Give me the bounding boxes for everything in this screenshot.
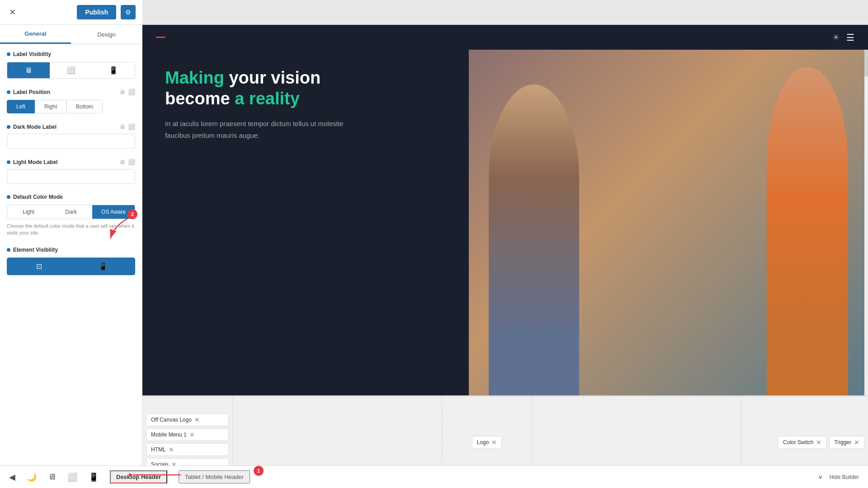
footer-right: ∨ Hide Builder: [818, 474, 859, 480]
preview-nav-icons: ☀ ☰: [832, 32, 854, 43]
tab-mobile-header-container: Tablet / Mobile Header 1: [179, 470, 250, 483]
menu-icon: ☰: [846, 32, 854, 43]
dark-mobile-icon: ⬜: [128, 123, 135, 130]
position-toggle: Left Right Bottom: [7, 100, 135, 113]
ev-mobile-btn[interactable]: 📱: [71, 258, 135, 275]
label-visibility-toggle: 🖥 ⬜ 📱: [7, 62, 135, 79]
label-visibility-section: Label Visibility 🖥 ⬜ 📱: [7, 51, 135, 79]
dark-mode-input[interactable]: Dark Mode: [7, 134, 135, 149]
dark-desktop-icon: 🖥: [119, 123, 125, 130]
scrollbar[interactable]: [864, 50, 868, 395]
light-mode-section-label: Light Mode Label: [7, 159, 58, 165]
preview-header: ☀ ☰: [142, 25, 868, 50]
light-mobile-icon: ⬜: [128, 159, 135, 165]
light-mode-input[interactable]: Light Mode: [7, 169, 135, 184]
widget-trigger: Trigger ✕: [829, 436, 864, 449]
tab-general[interactable]: General: [0, 25, 71, 44]
chip-close-trigger[interactable]: ✕: [854, 439, 859, 446]
hero-preview: ☀ ☰ Making your vision become a reality …: [142, 25, 868, 395]
chevron-down-icon: ∨: [818, 474, 823, 480]
main-layout: General Design Label Visibility 🖥 ⬜ 📱 La…: [0, 25, 868, 488]
hero-content: Making your vision become a reality In a…: [142, 50, 368, 395]
device-mobile-btn[interactable]: 📱: [92, 62, 135, 78]
tablet-footer-icon[interactable]: ⬜: [67, 472, 77, 482]
desktop-icon-small: 🖥: [119, 89, 125, 95]
panel-tabs: General Design: [0, 25, 142, 44]
hero-title: Making your vision become a reality: [165, 68, 346, 109]
hero-subtitle: In at iaculis lorem praesent tempor dict…: [165, 118, 346, 141]
element-visibility-buttons: ⊡ 📱: [7, 258, 135, 275]
gear-button[interactable]: ⚙: [121, 5, 136, 19]
sun-icon: ☀: [832, 33, 840, 42]
chip-close-logo[interactable]: ✕: [491, 439, 497, 446]
element-visibility-section: Element Visibility ⊡ 📱: [7, 247, 135, 275]
hide-builder-label[interactable]: Hide Builder: [830, 474, 859, 480]
logo-dash: [156, 37, 165, 38]
tab-design[interactable]: Design: [71, 25, 142, 44]
widget-html: HTML ✕: [146, 443, 229, 456]
chip-close-color-switch[interactable]: ✕: [816, 439, 821, 446]
chip-close-html[interactable]: ✕: [169, 446, 174, 453]
chip-close-off-canvas[interactable]: ✕: [194, 417, 200, 423]
default-color-mode-label: Default Color Mode: [7, 194, 135, 200]
back-icon[interactable]: ◀: [9, 472, 15, 482]
label-visibility-label: Label Visibility: [7, 51, 135, 57]
ev-tablet-btn[interactable]: ⊡: [7, 258, 71, 275]
bottom-bar: ◀ 🌙 🖥 ⬜ 📱 Desktop Header Tablet / Mobile…: [0, 465, 868, 488]
widget-color-switch: Color Switch ✕: [778, 436, 826, 449]
light-desktop-icon: 🖥: [119, 159, 125, 165]
dark-mode-section-label: Dark Mode Label: [7, 124, 57, 130]
dark-mode-section: Dark Mode Label 🖥 ⬜ Dark Mode: [7, 123, 135, 149]
mobile-icon-small: ⬜: [128, 89, 135, 95]
tab-tablet-mobile-header[interactable]: Tablet / Mobile Header: [179, 470, 250, 483]
widget-logo: Logo ✕: [472, 436, 502, 449]
annotation-badge-1: 1: [254, 466, 264, 476]
device-desktop-btn[interactable]: 🖥: [7, 62, 50, 78]
desktop-footer-icon[interactable]: 🖥: [48, 472, 56, 482]
light-mode-section: Light Mode Label 🖥 ⬜ Light Mode: [7, 159, 135, 184]
preview-area: ☀ ☰ Making your vision become a reality …: [142, 25, 868, 488]
left-panel: General Design Label Visibility 🖥 ⬜ 📱 La…: [0, 25, 142, 465]
widget-off-canvas-logo: Off Canvas Logo ✕: [146, 413, 229, 426]
mobile-footer-icon[interactable]: 📱: [89, 472, 99, 482]
chip-close-mobile-menu[interactable]: ✕: [189, 432, 195, 438]
annotation-arrow-1: [129, 468, 183, 482]
element-visibility-label: Element Visibility: [7, 247, 135, 253]
scrollbar-thumb: [864, 50, 868, 77]
cm-dark-btn[interactable]: Dark: [50, 205, 92, 219]
hero-image: [469, 50, 868, 395]
widget-mobile-menu: Mobile Menu 1 ✕: [146, 428, 229, 441]
publish-button[interactable]: Publish: [77, 5, 116, 19]
label-position-label: Label Position: [7, 89, 50, 95]
pos-left-btn[interactable]: Left: [7, 100, 35, 113]
device-tablet-btn[interactable]: ⬜: [50, 62, 92, 78]
moon-icon[interactable]: 🌙: [27, 472, 37, 482]
annotation-arrow-2: [106, 216, 133, 243]
pos-right-btn[interactable]: Right: [35, 100, 66, 113]
cm-light-btn[interactable]: Light: [7, 205, 50, 219]
preview-logo-area: [156, 37, 169, 38]
hero-body: Making your vision become a reality In a…: [142, 50, 868, 395]
close-button[interactable]: ✕: [7, 5, 18, 19]
panel-content: Label Visibility 🖥 ⬜ 📱 Label Position 🖥 …: [0, 44, 142, 465]
top-bar: ✕ Publish ⚙: [0, 0, 142, 25]
default-color-mode-section: Default Color Mode Light Dark OS Aware C…: [7, 194, 135, 237]
label-position-section: Label Position 🖥 ⬜ Left Right Bottom: [7, 89, 135, 113]
pos-bottom-btn[interactable]: Bottom: [66, 100, 103, 113]
